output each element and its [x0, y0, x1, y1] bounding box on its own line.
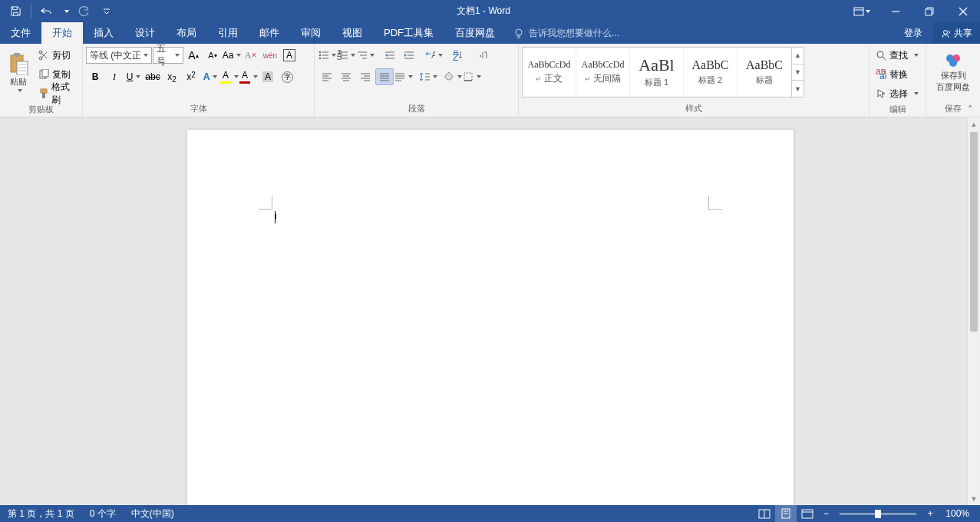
group-clipboard: 粘贴 剪切 复制 格式刷 剪贴板 — [0, 44, 83, 117]
cut-button[interactable]: 剪切 — [35, 47, 79, 64]
view-read-mode-icon[interactable] — [754, 505, 775, 522]
superscript-button[interactable]: x2 — [182, 68, 200, 85]
find-button[interactable]: 查找 — [873, 47, 922, 64]
tab-baidu[interactable]: 百度网盘 — [444, 22, 506, 44]
scroll-down-icon[interactable]: ▼ — [968, 492, 980, 505]
text-effects-button[interactable]: A — [201, 68, 219, 85]
tab-mailings[interactable]: 邮件 — [249, 22, 290, 44]
status-page[interactable]: 第 1 页，共 1 页 — [0, 505, 82, 522]
page[interactable] — [187, 130, 794, 505]
collapse-ribbon-icon[interactable]: ˄ — [963, 104, 977, 114]
show-marks-button[interactable] — [474, 47, 492, 64]
line-spacing-button[interactable] — [419, 68, 437, 85]
undo-icon[interactable] — [38, 2, 56, 21]
align-left-button[interactable] — [318, 68, 336, 85]
multilevel-list-button[interactable] — [356, 47, 375, 64]
phonetic-guide-button[interactable]: wén — [261, 47, 279, 64]
tab-layout[interactable]: 布局 — [166, 22, 207, 44]
scroll-thumb[interactable] — [970, 132, 978, 332]
view-print-layout-icon[interactable] — [775, 505, 797, 522]
gallery-more-icon[interactable]: ▼ — [792, 81, 803, 97]
strikethrough-button[interactable]: abc — [144, 68, 162, 85]
increase-indent-button[interactable] — [400, 47, 418, 64]
style-heading2[interactable]: AaBbC 标题 2 — [684, 48, 737, 97]
format-painter-button[interactable]: 格式刷 — [35, 85, 79, 102]
select-button[interactable]: 选择 — [873, 85, 922, 102]
tab-insert[interactable]: 插入 — [83, 22, 124, 44]
paste-button[interactable]: 粘贴 — [3, 47, 34, 97]
ribbon-options-icon[interactable] — [845, 0, 879, 22]
close-icon[interactable] — [946, 0, 980, 22]
share-button[interactable]: 共享 — [933, 22, 980, 44]
document-area: ▲ ▼ — [0, 117, 980, 505]
group-font: 等线 (中文正文) 五号 A▴ A▾ Aa A✕ wén A B I U abc… — [83, 44, 315, 117]
style-normal[interactable]: AaBbCcDd ↵ 正文 — [523, 48, 576, 97]
bullet-list-button[interactable] — [318, 47, 336, 64]
enclose-chars-button[interactable]: 字 — [278, 68, 296, 85]
highlight-button[interactable]: A — [220, 68, 239, 85]
svg-point-23 — [319, 51, 322, 54]
svg-rect-21 — [41, 89, 47, 93]
change-case-button[interactable]: Aa — [223, 47, 241, 64]
bold-button[interactable]: B — [86, 68, 104, 85]
margin-corner-tl — [259, 196, 272, 210]
tell-me-input[interactable]: 告诉我您想要做什么... — [506, 22, 893, 44]
style-title[interactable]: AaBbC 标题 — [737, 48, 791, 97]
text-direction-button[interactable]: A — [424, 47, 443, 64]
group-label-editing: 编辑 — [873, 102, 922, 117]
redo-icon[interactable] — [74, 2, 93, 21]
save-icon[interactable] — [6, 2, 25, 21]
tab-references[interactable]: 引用 — [207, 22, 249, 44]
align-right-button[interactable] — [356, 68, 375, 85]
underline-button[interactable]: U — [124, 68, 143, 85]
view-web-layout-icon[interactable] — [797, 505, 818, 522]
group-label-paragraph: 段落 — [318, 101, 515, 117]
scroll-up-icon[interactable]: ▲ — [968, 117, 980, 130]
tab-review[interactable]: 审阅 — [290, 22, 332, 44]
vertical-scrollbar[interactable]: ▲ ▼ — [967, 117, 980, 505]
tab-file[interactable]: 文件 — [0, 22, 41, 44]
align-distribute-button[interactable] — [394, 68, 413, 85]
tab-design[interactable]: 设计 — [124, 22, 166, 44]
shading-button[interactable] — [444, 68, 462, 85]
tab-home[interactable]: 开始 — [41, 22, 83, 44]
style-no-spacing[interactable]: AaBbCcDd ↵ 无间隔 — [576, 48, 630, 97]
zoom-knob[interactable] — [875, 510, 881, 518]
style-heading1[interactable]: AaBl 标题 1 — [630, 48, 684, 97]
subscript-button[interactable]: x2 — [163, 68, 181, 85]
font-color-button[interactable]: A — [239, 68, 258, 85]
qat-customize-icon[interactable] — [97, 2, 116, 21]
grow-font-button[interactable]: A▴ — [184, 47, 203, 64]
sort-button[interactable]: AZ — [449, 47, 467, 64]
gallery-up-icon[interactable]: ▲ — [792, 48, 803, 64]
tab-view[interactable]: 视图 — [332, 22, 373, 44]
status-language[interactable]: 中文(中国) — [124, 505, 182, 522]
svg-point-72 — [877, 51, 883, 58]
font-name-select[interactable]: 等线 (中文正文) — [86, 47, 152, 64]
shrink-font-button[interactable]: A▾ — [203, 47, 222, 64]
undo-more-icon[interactable] — [61, 2, 70, 21]
zoom-level[interactable]: 100% — [938, 505, 980, 522]
save-to-cloud-button[interactable]: 保存到 百度网盘 — [932, 47, 975, 97]
status-word-count[interactable]: 0 个字 — [82, 505, 124, 522]
borders-button[interactable] — [463, 68, 481, 85]
restore-icon[interactable] — [912, 0, 946, 22]
zoom-slider[interactable] — [840, 513, 916, 515]
decrease-indent-button[interactable] — [381, 47, 399, 64]
char-shading-button[interactable]: A — [259, 68, 277, 85]
align-center-button[interactable] — [337, 68, 355, 85]
minimize-icon[interactable] — [879, 0, 912, 22]
font-size-select[interactable]: 五号 — [153, 47, 183, 64]
zoom-in-button[interactable]: + — [922, 508, 938, 519]
zoom-out-button[interactable]: − — [818, 508, 833, 519]
replace-button[interactable]: abac 替换 — [873, 66, 922, 83]
italic-button[interactable]: I — [105, 68, 124, 85]
number-list-button[interactable]: 123 — [337, 47, 355, 64]
login-button[interactable]: 登录 — [893, 22, 933, 44]
align-justify-button[interactable] — [375, 68, 394, 85]
scissors-icon — [38, 50, 49, 61]
tab-pdf[interactable]: PDF工具集 — [373, 22, 444, 44]
gallery-down-icon[interactable]: ▼ — [792, 64, 803, 81]
clear-formatting-button[interactable]: A✕ — [242, 47, 260, 64]
char-border-button[interactable]: A — [280, 47, 299, 64]
